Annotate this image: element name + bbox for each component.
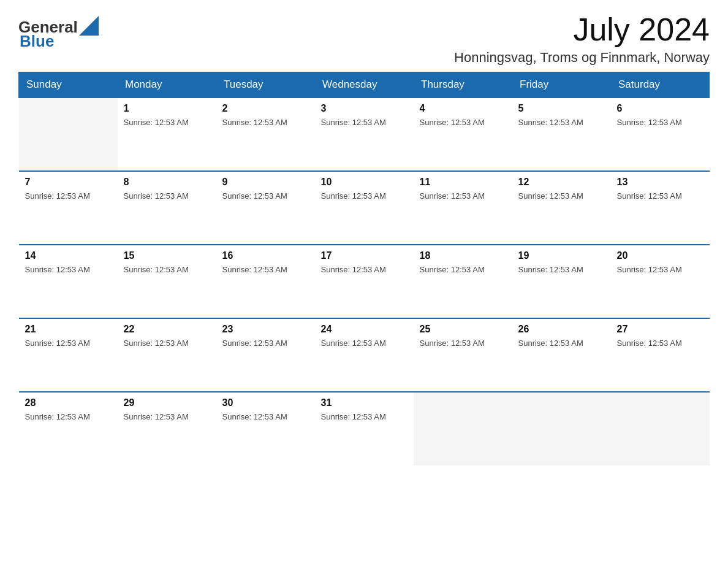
- header-tuesday: Tuesday: [216, 72, 315, 98]
- day-number: 26: [518, 324, 605, 335]
- day-number: 13: [617, 177, 703, 188]
- table-row: 4Sunrise: 12:53 AM: [414, 98, 512, 171]
- day-number: 14: [25, 250, 112, 261]
- sunrise-info: Sunrise: 12:53 AM: [25, 339, 90, 348]
- day-number: 31: [321, 397, 408, 408]
- day-number: 24: [321, 324, 408, 335]
- sunrise-info: Sunrise: 12:53 AM: [518, 339, 583, 348]
- sunrise-info: Sunrise: 12:53 AM: [321, 339, 386, 348]
- calendar-week-row: 14Sunrise: 12:53 AM15Sunrise: 12:53 AM16…: [19, 245, 710, 318]
- day-number: 28: [25, 397, 112, 408]
- day-number: 2: [222, 103, 309, 114]
- logo-text-blue: Blue: [18, 33, 99, 49]
- sunrise-info: Sunrise: 12:53 AM: [617, 339, 682, 348]
- sunrise-info: Sunrise: 12:53 AM: [124, 339, 189, 348]
- day-number: 8: [124, 177, 210, 188]
- calendar-week-row: 7Sunrise: 12:53 AM8Sunrise: 12:53 AM9Sun…: [19, 171, 710, 245]
- calendar-week-row: 28Sunrise: 12:53 AM29Sunrise: 12:53 AM30…: [19, 392, 710, 465]
- sunrise-info: Sunrise: 12:53 AM: [321, 118, 386, 127]
- table-row: 22Sunrise: 12:53 AM: [118, 318, 216, 392]
- sunrise-info: Sunrise: 12:53 AM: [321, 191, 386, 201]
- table-row: 20Sunrise: 12:53 AM: [611, 245, 710, 318]
- sunrise-info: Sunrise: 12:53 AM: [420, 118, 485, 127]
- table-row: 23Sunrise: 12:53 AM: [216, 318, 315, 392]
- sunrise-info: Sunrise: 12:53 AM: [222, 118, 287, 127]
- sunrise-info: Sunrise: 12:53 AM: [420, 265, 485, 274]
- sunrise-info: Sunrise: 12:53 AM: [222, 412, 287, 421]
- day-number: 18: [420, 250, 506, 261]
- sunrise-info: Sunrise: 12:53 AM: [124, 412, 189, 421]
- calendar-header-row: Sunday Monday Tuesday Wednesday Thursday…: [19, 72, 710, 98]
- sunrise-info: Sunrise: 12:53 AM: [25, 412, 90, 421]
- day-number: 7: [25, 177, 112, 188]
- table-row: 28Sunrise: 12:53 AM: [19, 392, 118, 465]
- sunrise-info: Sunrise: 12:53 AM: [222, 339, 287, 348]
- header-sunday: Sunday: [19, 72, 118, 98]
- calendar-week-row: 1Sunrise: 12:53 AM2Sunrise: 12:53 AM3Sun…: [19, 98, 710, 171]
- day-number: 6: [617, 103, 703, 114]
- table-row: 24Sunrise: 12:53 AM: [315, 318, 414, 392]
- sunrise-info: Sunrise: 12:53 AM: [617, 118, 682, 127]
- month-title: July 2024: [454, 12, 710, 47]
- table-row: 1Sunrise: 12:53 AM: [118, 98, 216, 171]
- sunrise-info: Sunrise: 12:53 AM: [518, 265, 583, 274]
- table-row: [19, 98, 118, 171]
- table-row: 3Sunrise: 12:53 AM: [315, 98, 414, 171]
- sunrise-info: Sunrise: 12:53 AM: [321, 412, 386, 421]
- table-row: 12Sunrise: 12:53 AM: [512, 171, 611, 245]
- table-row: 26Sunrise: 12:53 AM: [512, 318, 611, 392]
- sunrise-info: Sunrise: 12:53 AM: [617, 191, 682, 201]
- header-thursday: Thursday: [414, 72, 512, 98]
- table-row: 10Sunrise: 12:53 AM: [315, 171, 414, 245]
- day-number: 19: [518, 250, 605, 261]
- table-row: 7Sunrise: 12:53 AM: [19, 171, 118, 245]
- day-number: 12: [518, 177, 605, 188]
- sunrise-info: Sunrise: 12:53 AM: [518, 118, 583, 127]
- header-friday: Friday: [512, 72, 611, 98]
- day-number: 1: [124, 103, 210, 114]
- sunrise-info: Sunrise: 12:53 AM: [321, 265, 386, 274]
- table-row: 14Sunrise: 12:53 AM: [19, 245, 118, 318]
- day-number: 30: [222, 397, 309, 408]
- day-number: 29: [124, 397, 210, 408]
- calendar-table: Sunday Monday Tuesday Wednesday Thursday…: [18, 72, 710, 465]
- day-number: 17: [321, 250, 408, 261]
- sunrise-info: Sunrise: 12:53 AM: [222, 265, 287, 274]
- sunrise-info: Sunrise: 12:53 AM: [420, 191, 485, 201]
- day-number: 5: [518, 103, 605, 114]
- logo: General Blue: [18, 18, 99, 49]
- table-row: 2Sunrise: 12:53 AM: [216, 98, 315, 171]
- title-area: July 2024 Honningsvag, Troms og Finnmark…: [454, 12, 710, 66]
- day-number: 22: [124, 324, 210, 335]
- sunrise-info: Sunrise: 12:53 AM: [124, 265, 189, 274]
- table-row: 8Sunrise: 12:53 AM: [118, 171, 216, 245]
- sunrise-info: Sunrise: 12:53 AM: [617, 265, 682, 274]
- table-row: 13Sunrise: 12:53 AM: [611, 171, 710, 245]
- table-row: [512, 392, 611, 465]
- day-number: 10: [321, 177, 408, 188]
- day-number: 27: [617, 324, 703, 335]
- table-row: 16Sunrise: 12:53 AM: [216, 245, 315, 318]
- day-number: 4: [420, 103, 506, 114]
- page-header: General Blue July 2024 Honningsvag, Trom…: [18, 12, 710, 66]
- table-row: 9Sunrise: 12:53 AM: [216, 171, 315, 245]
- day-number: 11: [420, 177, 506, 188]
- day-number: 3: [321, 103, 408, 114]
- sunrise-info: Sunrise: 12:53 AM: [124, 191, 189, 201]
- header-wednesday: Wednesday: [315, 72, 414, 98]
- table-row: [611, 392, 710, 465]
- day-number: 16: [222, 250, 309, 261]
- table-row: 25Sunrise: 12:53 AM: [414, 318, 512, 392]
- day-number: 20: [617, 250, 703, 261]
- table-row: 19Sunrise: 12:53 AM: [512, 245, 611, 318]
- day-number: 23: [222, 324, 309, 335]
- location-title: Honningsvag, Troms og Finnmark, Norway: [454, 50, 710, 66]
- table-row: 27Sunrise: 12:53 AM: [611, 318, 710, 392]
- sunrise-info: Sunrise: 12:53 AM: [222, 191, 287, 201]
- calendar-week-row: 21Sunrise: 12:53 AM22Sunrise: 12:53 AM23…: [19, 318, 710, 392]
- table-row: 6Sunrise: 12:53 AM: [611, 98, 710, 171]
- table-row: 18Sunrise: 12:53 AM: [414, 245, 512, 318]
- sunrise-info: Sunrise: 12:53 AM: [124, 118, 189, 127]
- table-row: 15Sunrise: 12:53 AM: [118, 245, 216, 318]
- table-row: 5Sunrise: 12:53 AM: [512, 98, 611, 171]
